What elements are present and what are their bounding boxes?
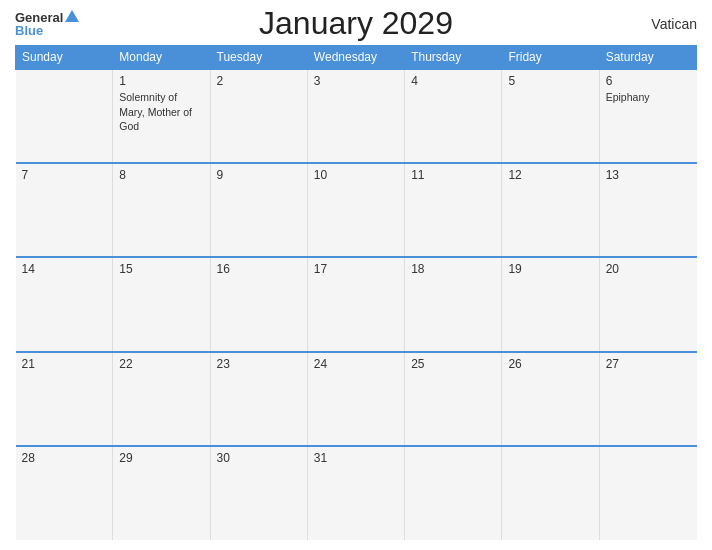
day-cell: 17 [307, 257, 404, 351]
day-cell: 30 [210, 446, 307, 540]
day-event: Epiphany [606, 91, 650, 103]
day-number: 16 [217, 262, 301, 276]
day-cell: 20 [599, 257, 696, 351]
day-cell: 26 [502, 352, 599, 446]
day-cell: 6Epiphany [599, 69, 696, 163]
day-number: 17 [314, 262, 398, 276]
weekday-header-wednesday: Wednesday [307, 46, 404, 70]
day-number: 10 [314, 168, 398, 182]
logo-general-text: General [15, 11, 63, 24]
weekday-header-thursday: Thursday [405, 46, 502, 70]
day-cell [16, 69, 113, 163]
day-cell: 14 [16, 257, 113, 351]
day-number: 18 [411, 262, 495, 276]
day-cell: 23 [210, 352, 307, 446]
calendar-title: January 2029 [259, 5, 453, 42]
day-cell: 1Solemnity of Mary, Mother of God [113, 69, 210, 163]
day-number: 9 [217, 168, 301, 182]
day-cell: 11 [405, 163, 502, 257]
day-number: 13 [606, 168, 691, 182]
day-cell [405, 446, 502, 540]
day-number: 24 [314, 357, 398, 371]
weekday-header-saturday: Saturday [599, 46, 696, 70]
day-number: 28 [22, 451, 107, 465]
logo-blue-text: Blue [15, 24, 43, 37]
day-cell: 22 [113, 352, 210, 446]
day-cell: 13 [599, 163, 696, 257]
day-cell: 2 [210, 69, 307, 163]
day-number: 2 [217, 74, 301, 88]
day-event: Solemnity of Mary, Mother of God [119, 91, 192, 132]
day-number: 22 [119, 357, 203, 371]
day-number: 8 [119, 168, 203, 182]
day-cell: 29 [113, 446, 210, 540]
day-number: 29 [119, 451, 203, 465]
day-cell: 28 [16, 446, 113, 540]
week-row-4: 21222324252627 [16, 352, 697, 446]
day-cell: 4 [405, 69, 502, 163]
day-number: 11 [411, 168, 495, 182]
day-number: 5 [508, 74, 592, 88]
day-cell: 3 [307, 69, 404, 163]
day-cell: 10 [307, 163, 404, 257]
day-cell: 31 [307, 446, 404, 540]
day-number: 27 [606, 357, 691, 371]
calendar-table: SundayMondayTuesdayWednesdayThursdayFrid… [15, 45, 697, 540]
day-number: 30 [217, 451, 301, 465]
day-cell: 21 [16, 352, 113, 446]
day-cell [599, 446, 696, 540]
day-cell: 5 [502, 69, 599, 163]
calendar-header: General Blue January 2029 Vatican [15, 10, 697, 37]
logo-triangle-icon [65, 10, 79, 22]
day-cell: 7 [16, 163, 113, 257]
weekday-header-friday: Friday [502, 46, 599, 70]
day-cell: 9 [210, 163, 307, 257]
day-cell: 12 [502, 163, 599, 257]
weekday-header-monday: Monday [113, 46, 210, 70]
day-number: 12 [508, 168, 592, 182]
day-number: 25 [411, 357, 495, 371]
day-number: 20 [606, 262, 691, 276]
day-cell: 16 [210, 257, 307, 351]
day-number: 19 [508, 262, 592, 276]
day-cell [502, 446, 599, 540]
day-number: 4 [411, 74, 495, 88]
week-row-5: 28293031 [16, 446, 697, 540]
day-number: 1 [119, 74, 203, 88]
day-number: 15 [119, 262, 203, 276]
country-label: Vatican [651, 16, 697, 32]
day-cell: 15 [113, 257, 210, 351]
day-number: 14 [22, 262, 107, 276]
week-row-2: 78910111213 [16, 163, 697, 257]
weekday-header-row: SundayMondayTuesdayWednesdayThursdayFrid… [16, 46, 697, 70]
calendar-wrapper: General Blue January 2029 Vatican Sunday… [0, 0, 712, 550]
logo: General Blue [15, 10, 79, 37]
weekday-header-tuesday: Tuesday [210, 46, 307, 70]
day-cell: 19 [502, 257, 599, 351]
day-cell: 18 [405, 257, 502, 351]
day-number: 21 [22, 357, 107, 371]
week-row-3: 14151617181920 [16, 257, 697, 351]
day-cell: 24 [307, 352, 404, 446]
day-cell: 8 [113, 163, 210, 257]
day-number: 7 [22, 168, 107, 182]
day-cell: 27 [599, 352, 696, 446]
day-number: 31 [314, 451, 398, 465]
day-cell: 25 [405, 352, 502, 446]
day-number: 6 [606, 74, 691, 88]
day-number: 26 [508, 357, 592, 371]
day-number: 23 [217, 357, 301, 371]
weekday-header-sunday: Sunday [16, 46, 113, 70]
week-row-1: 1Solemnity of Mary, Mother of God23456Ep… [16, 69, 697, 163]
day-number: 3 [314, 74, 398, 88]
